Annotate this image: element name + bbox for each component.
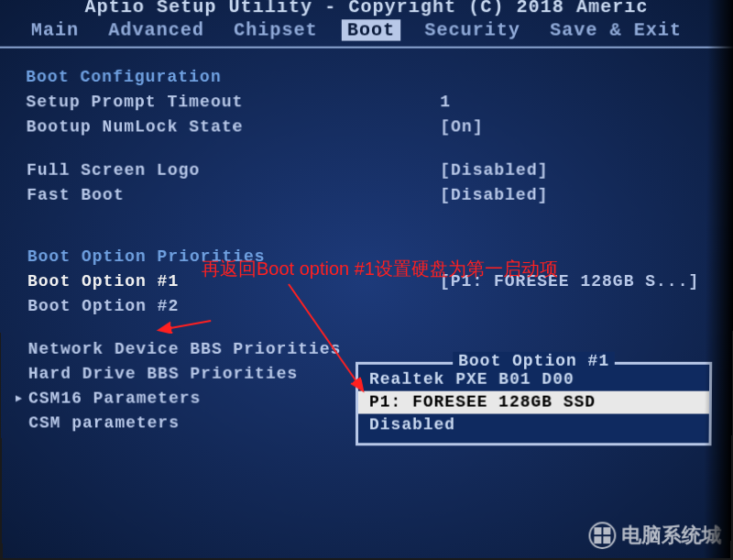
setting-value: [On] <box>440 115 483 139</box>
popup-item-realtek[interactable]: Realtek PXE B01 D00 <box>358 368 709 391</box>
arrow-icon <box>156 275 385 421</box>
boot-option-popup: Boot Option #1 Realtek PXE B01 D00 P1: F… <box>356 362 712 445</box>
svg-line-0 <box>160 321 211 330</box>
svg-line-1 <box>289 284 362 390</box>
setting-value: [Disabled] <box>440 159 548 183</box>
popup-item-disabled[interactable]: Disabled <box>358 414 709 437</box>
setup-prompt-timeout[interactable]: Setup Prompt Timeout 1 <box>26 90 716 115</box>
menu-security[interactable]: Security <box>419 19 526 40</box>
popup-item-foresee[interactable]: P1: FORESEE 128GB SSD <box>358 391 709 414</box>
setting-label: Fast Boot <box>27 183 440 208</box>
setting-value: 1 <box>440 90 451 115</box>
setting-value: [Disabled] <box>440 183 548 208</box>
annotation-text: 再返回Boot option #1设置硬盘为第一启动项 <box>202 257 558 281</box>
setting-label: Setup Prompt Timeout <box>26 90 440 115</box>
bootup-numlock[interactable]: Bootup NumLock State [On] <box>27 115 717 139</box>
setting-label: Bootup NumLock State <box>27 115 441 139</box>
menu-advanced[interactable]: Advanced <box>103 19 210 40</box>
full-screen-logo[interactable]: Full Screen Logo [Disabled] <box>27 159 716 183</box>
boot-config-header: Boot Configuration <box>26 65 717 90</box>
menu-save-exit[interactable]: Save & Exit <box>544 19 687 40</box>
watermark: 电脑系统城 <box>588 522 721 549</box>
setting-label: Full Screen Logo <box>27 159 440 183</box>
menu-chipset[interactable]: Chipset <box>228 19 323 40</box>
fast-boot[interactable]: Fast Boot [Disabled] <box>27 183 716 208</box>
caret-icon: ▸ <box>14 387 25 412</box>
menu-main[interactable]: Main <box>26 19 85 40</box>
menu-bar: Main Advanced Chipset Boot Security Save… <box>0 17 733 48</box>
popup-title: Boot Option #1 <box>453 352 615 370</box>
menu-boot[interactable]: Boot <box>342 19 400 40</box>
bios-title: Aptio Setup Utility - Copyright (C) 2018… <box>0 0 733 17</box>
watermark-icon <box>588 522 616 549</box>
